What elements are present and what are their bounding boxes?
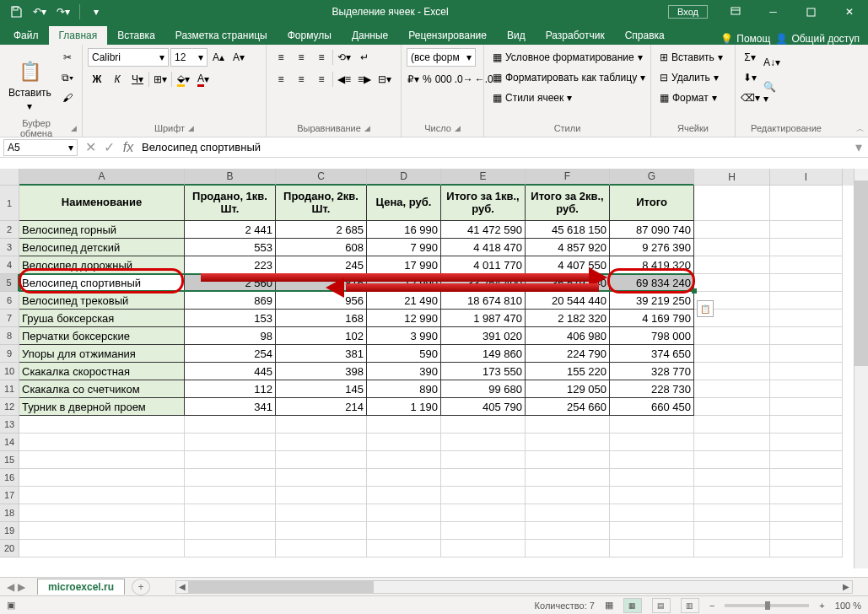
cell[interactable] — [770, 504, 843, 522]
underline-button[interactable]: Ч▾ — [128, 70, 147, 89]
row-header[interactable]: 3 — [0, 239, 19, 256]
cell[interactable] — [770, 451, 843, 469]
cell[interactable] — [526, 487, 610, 504]
col-header[interactable]: D — [367, 169, 441, 186]
cell[interactable] — [694, 398, 770, 416]
cell[interactable] — [694, 327, 770, 345]
align-right-icon[interactable]: ≡ — [312, 70, 331, 89]
cell[interactable]: 660 450 — [610, 398, 694, 416]
cell[interactable]: 4 011 770 — [441, 256, 526, 274]
cell[interactable]: 2 685 — [276, 221, 367, 239]
number-format-combo[interactable]: (все форм▾ — [407, 48, 476, 67]
horizontal-scrollbar[interactable]: ◀▶ — [175, 580, 853, 594]
cell[interactable]: Турник в дверной проем — [19, 398, 185, 416]
cell[interactable] — [526, 416, 610, 434]
cell[interactable] — [367, 451, 441, 469]
cell[interactable] — [770, 327, 843, 345]
cell[interactable] — [367, 540, 441, 557]
cell[interactable] — [770, 416, 843, 434]
cell[interactable] — [185, 416, 276, 434]
cell[interactable]: Итого — [610, 186, 694, 221]
cell[interactable]: 16 990 — [367, 221, 441, 239]
cell[interactable] — [610, 451, 694, 469]
row-header[interactable]: 5 — [0, 274, 19, 292]
cell[interactable] — [185, 504, 276, 522]
cell[interactable] — [276, 540, 367, 557]
collapse-ribbon-icon[interactable]: ︿ — [856, 123, 865, 135]
cell[interactable] — [770, 522, 843, 540]
tab-главная[interactable]: Главная — [49, 26, 108, 45]
grow-font-icon[interactable]: A▴ — [209, 48, 228, 67]
cell[interactable] — [367, 416, 441, 434]
cell[interactable]: 406 980 — [526, 327, 610, 345]
align-middle-icon[interactable]: ≡ — [292, 48, 310, 67]
tell-me-icon[interactable]: 💡 Помощ — [720, 33, 770, 45]
insert-cells-button[interactable]: ⊞ Вставить ▾ — [656, 48, 730, 67]
decimal-inc-icon[interactable]: .0→ — [455, 70, 473, 89]
cell[interactable]: 17 990 — [367, 256, 441, 274]
sheet-nav-prev-icon[interactable]: ◀ — [7, 581, 14, 593]
cell[interactable]: 98 — [185, 327, 276, 345]
cell[interactable] — [526, 540, 610, 557]
cell[interactable]: 12 990 — [367, 310, 441, 327]
cell[interactable]: 7 990 — [367, 239, 441, 256]
cell[interactable]: 254 660 — [526, 398, 610, 416]
cell[interactable] — [770, 398, 843, 416]
cell[interactable]: 390 — [367, 363, 441, 380]
cell[interactable]: 223 — [185, 256, 276, 274]
font-color-icon[interactable]: A▾ — [194, 70, 213, 89]
align-left-icon[interactable]: ≡ — [272, 70, 290, 89]
cell[interactable] — [694, 363, 770, 380]
cell[interactable] — [694, 256, 770, 274]
cell[interactable] — [694, 345, 770, 363]
cell[interactable] — [185, 451, 276, 469]
cell[interactable] — [770, 186, 843, 221]
cell[interactable]: 374 650 — [610, 345, 694, 363]
cell[interactable] — [19, 487, 185, 504]
cell[interactable]: Наименование — [19, 186, 185, 221]
borders-icon[interactable]: ⊞▾ — [151, 70, 170, 89]
cancel-icon[interactable]: ✕ — [81, 139, 100, 155]
row-header[interactable]: 12 — [0, 398, 19, 416]
cell[interactable] — [526, 522, 610, 540]
spreadsheet-grid[interactable]: ABCDEFGHI 123456789101112131415161718192… — [0, 169, 868, 568]
cell[interactable] — [367, 522, 441, 540]
cell[interactable] — [185, 540, 276, 557]
cell[interactable]: 4 857 920 — [526, 239, 610, 256]
cell[interactable]: 3 990 — [367, 327, 441, 345]
cell[interactable] — [367, 434, 441, 451]
cell[interactable] — [770, 434, 843, 451]
cell[interactable]: Продано, 2кв. Шт. — [276, 186, 367, 221]
formula-input[interactable] — [138, 141, 849, 154]
cell[interactable]: 4 407 550 — [526, 256, 610, 274]
cell[interactable]: 2 182 320 — [526, 310, 610, 327]
comma-icon[interactable]: 000 — [434, 70, 453, 89]
row-header[interactable]: 1 — [0, 186, 19, 221]
cell[interactable]: Велосипед горный — [19, 221, 185, 239]
cell[interactable] — [770, 540, 843, 557]
indent-decrease-icon[interactable]: ◀≡ — [335, 70, 353, 89]
cell[interactable] — [694, 469, 770, 487]
cell[interactable] — [276, 434, 367, 451]
bold-button[interactable]: Ж — [88, 70, 106, 89]
cell[interactable]: 33 254 400 — [441, 274, 526, 292]
cell[interactable] — [276, 469, 367, 487]
row-header[interactable]: 20 — [0, 540, 19, 557]
col-header[interactable]: C — [276, 169, 367, 186]
ribbon-options-icon[interactable] — [716, 0, 754, 24]
redo-icon[interactable]: ↷▾ — [52, 1, 74, 23]
paste-button[interactable]: 📋 Вставить ▾ — [5, 48, 55, 121]
cell[interactable]: 381 — [276, 345, 367, 363]
close-icon[interactable]: ✕ — [830, 0, 868, 24]
cell[interactable] — [276, 451, 367, 469]
cell[interactable]: 4 169 790 — [610, 310, 694, 327]
cell[interactable] — [19, 522, 185, 540]
wrap-text-icon[interactable]: ↵ — [355, 48, 374, 67]
cell[interactable]: 9 276 390 — [610, 239, 694, 256]
cell[interactable] — [19, 504, 185, 522]
cell[interactable] — [694, 540, 770, 557]
cell[interactable]: Велосипед детский — [19, 239, 185, 256]
cell[interactable]: 405 790 — [441, 398, 526, 416]
col-header[interactable]: G — [610, 169, 694, 186]
vertical-scrollbar[interactable] — [854, 169, 868, 568]
